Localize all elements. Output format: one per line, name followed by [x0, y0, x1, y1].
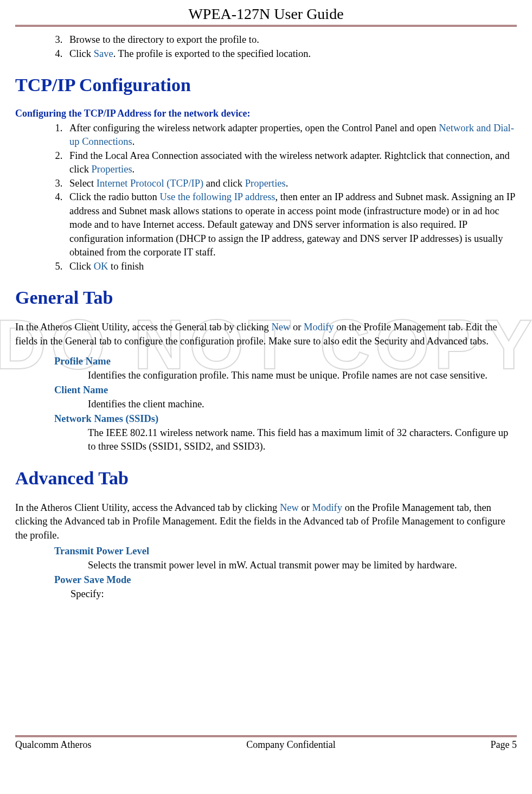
def-desc: Identifies the configuration profile. Th…	[88, 369, 517, 383]
general-definitions: Profile Name Identifies the configuratio…	[54, 355, 517, 454]
def-desc: Identifies the client machine.	[88, 398, 517, 412]
text: or	[299, 502, 312, 513]
page-footer: Qualcomm Atheros Company Confidential Pa…	[15, 737, 517, 753]
general-paragraph: In the Atheros Client Utility, access th…	[15, 321, 517, 348]
text: Click the radio button	[69, 191, 159, 202]
list-item: Click Save. The profile is exported to t…	[65, 47, 517, 61]
list-item: After configuring the wireless network a…	[65, 121, 517, 149]
def-term: Transmit Power Level	[54, 545, 517, 559]
list-item: Click OK to finish	[65, 260, 517, 274]
footer-right: Page 5	[491, 739, 517, 751]
use-ip-link: Use the following IP address	[159, 191, 275, 202]
def-term: Network Names (SSIDs)	[54, 412, 517, 426]
footer-left: Qualcomm Atheros	[15, 739, 91, 751]
general-heading: General Tab	[15, 285, 517, 311]
page-header-title: WPEA-127N User Guide	[15, 5, 517, 25]
properties-link: Properties	[92, 164, 132, 175]
tcp-heading: TCP/IP Configuration	[15, 73, 517, 98]
text: and click	[203, 178, 245, 189]
footer-center: Company Confidential	[246, 739, 335, 751]
list-item: Select Internet Protocol (TCP/IP) and cl…	[65, 177, 517, 191]
text: .	[132, 136, 135, 147]
def-desc: The IEEE 802.11 wireless network name. T…	[88, 426, 517, 454]
new-link: New	[271, 322, 290, 332]
advanced-definitions: Transmit Power Level Selects the transmi…	[54, 545, 517, 601]
def-desc: Selects the transmit power level in mW. …	[88, 559, 517, 573]
export-steps-list: Browse to the directory to export the pr…	[15, 33, 517, 61]
properties-link: Properties	[245, 178, 286, 189]
list-text-pre: Click	[69, 48, 94, 59]
tcpip-link: Internet Protocol (TCP/IP)	[97, 178, 203, 189]
ok-link: OK	[94, 261, 108, 272]
def-desc: Specify:	[70, 587, 517, 601]
list-text: Browse to the directory to export the pr…	[69, 34, 259, 45]
text: After configuring the wireless network a…	[69, 123, 439, 133]
text: In the Atheros Client Utility, access th…	[15, 502, 280, 513]
text: .	[132, 164, 135, 175]
text: Select	[69, 178, 97, 189]
save-link: Save	[94, 48, 113, 59]
list-text-post: . The profile is exported to the specifi…	[113, 48, 311, 59]
advanced-heading: Advanced Tab	[15, 466, 517, 491]
modify-link: Modify	[312, 502, 343, 513]
modify-link: Modify	[304, 322, 334, 332]
text: or	[290, 322, 304, 332]
text: to finish	[108, 261, 144, 272]
def-term: Power Save Mode	[54, 573, 517, 587]
text: In the Atheros Client Utility, access th…	[15, 322, 271, 332]
list-item: Browse to the directory to export the pr…	[65, 33, 517, 47]
text: Click	[69, 261, 94, 272]
tcp-subheading: Configuring the TCP/IP Address for the n…	[15, 107, 517, 120]
header-rule	[15, 25, 517, 27]
list-item: Click the radio button Use the following…	[65, 190, 517, 260]
def-term: Profile Name	[54, 355, 517, 369]
text: .	[286, 178, 289, 189]
tcp-steps-list: After configuring the wireless network a…	[15, 121, 517, 274]
text: Find the Local Area Connection associate…	[69, 150, 510, 175]
def-term: Client Name	[54, 383, 517, 398]
advanced-paragraph: In the Atheros Client Utility, access th…	[15, 501, 517, 543]
new-link: New	[280, 502, 299, 513]
list-item: Find the Local Area Connection associate…	[65, 149, 517, 177]
